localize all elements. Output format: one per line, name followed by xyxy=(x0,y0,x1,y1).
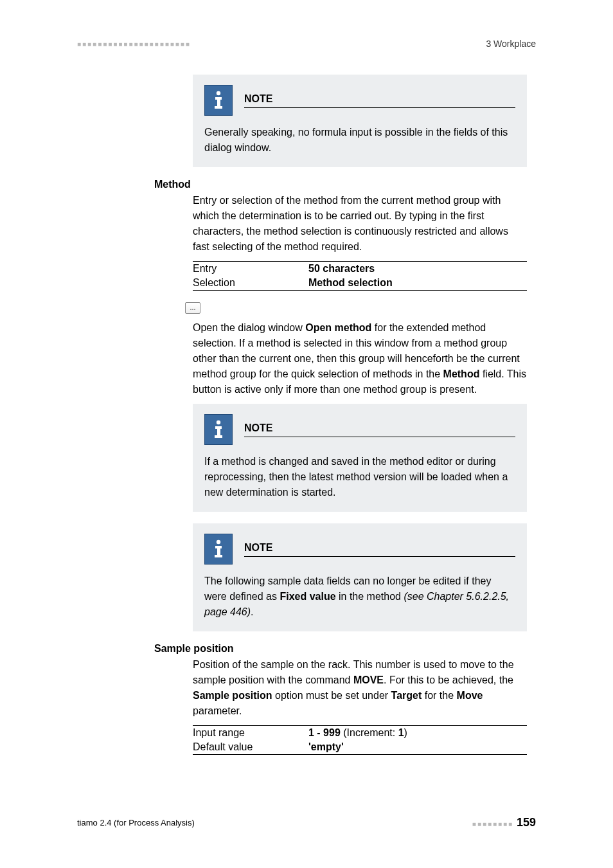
method-description: Entry or selection of the method from th… xyxy=(193,193,527,255)
text: Open the dialog window xyxy=(193,322,305,333)
text-bold: 1 xyxy=(398,727,404,738)
text: in the method xyxy=(336,591,404,602)
sample-position-description: Position of the sample on the rack. This… xyxy=(193,657,527,719)
breadcrumb: 3 Workplace xyxy=(486,39,536,49)
spec-value: Method selection xyxy=(308,277,393,288)
note-box-fixed-value: NOTE The following sample data fields ca… xyxy=(193,523,527,631)
svg-point-4 xyxy=(217,420,220,424)
section-heading-method: Method xyxy=(154,179,191,190)
ellipsis-button-icon: ... xyxy=(185,302,200,314)
table-row: Selection Method selection xyxy=(193,276,527,291)
note-body: Generally speaking, no formula input is … xyxy=(204,125,515,156)
svg-point-0 xyxy=(217,91,220,95)
svg-point-8 xyxy=(217,540,220,544)
sample-spec-table: Input range 1 - 999 (Increment: 1) Defau… xyxy=(193,725,527,755)
spec-label: Selection xyxy=(193,276,308,291)
text-bold: Sample position xyxy=(193,690,272,701)
text: . xyxy=(251,606,253,617)
text-bold: Target xyxy=(391,690,422,701)
text-bold: Fixed value xyxy=(280,591,335,602)
info-icon xyxy=(204,85,233,116)
svg-rect-11 xyxy=(215,555,222,557)
table-row: Default value 'empty' xyxy=(193,740,527,755)
page-header: ■■■■■■■■■■■■■■■■■■■■■■ 3 Workplace xyxy=(77,39,536,49)
text-bold: Open method xyxy=(305,322,371,333)
text: option must be set under xyxy=(272,690,391,701)
text-bold: Move xyxy=(457,690,483,701)
spec-value: 'empty' xyxy=(308,741,344,752)
note-title: NOTE xyxy=(244,542,515,557)
table-row: Entry 50 characters xyxy=(193,262,527,276)
section-heading-sample-position: Sample position xyxy=(154,643,234,655)
info-icon xyxy=(204,414,233,445)
method-spec-table: Entry 50 characters Selection Method sel… xyxy=(193,261,527,291)
note-box-method-change: NOTE If a method is changed and saved in… xyxy=(193,404,527,512)
spec-label: Default value xyxy=(193,740,308,755)
footer-ornament: ■■■■■■■■ xyxy=(472,820,517,827)
text: for the xyxy=(422,690,456,701)
footer-right: ■■■■■■■■ 159 xyxy=(472,816,536,829)
header-ornament-left: ■■■■■■■■■■■■■■■■■■■■■■ xyxy=(77,41,191,48)
svg-rect-7 xyxy=(215,435,222,438)
spec-label: Input range xyxy=(193,726,308,741)
spec-value: 50 characters xyxy=(308,263,375,274)
text: (Increment: xyxy=(341,727,398,738)
svg-rect-10 xyxy=(217,546,220,556)
note-title: NOTE xyxy=(244,93,515,108)
note-body: The following sample data fields can no … xyxy=(204,574,515,620)
info-icon xyxy=(204,534,233,565)
footer-product: tiamo 2.4 (for Process Analysis) xyxy=(77,818,195,827)
note-box-formula: NOTE Generally speaking, no formula inpu… xyxy=(193,75,527,167)
text: ) xyxy=(404,727,407,738)
text: . For this to be achieved, the xyxy=(384,674,513,685)
open-method-description: Open the dialog window Open method for t… xyxy=(193,320,527,397)
table-row: Input range 1 - 999 (Increment: 1) xyxy=(193,726,527,741)
page-number: 159 xyxy=(517,816,536,829)
spec-value: 1 - 999 (Increment: 1) xyxy=(308,726,527,741)
note-title: NOTE xyxy=(244,422,515,437)
note-body: If a method is changed and saved in the … xyxy=(204,454,515,500)
spec-label: Entry xyxy=(193,262,308,276)
text: parameter. xyxy=(193,705,242,716)
text-bold: 1 - 999 xyxy=(308,727,341,738)
svg-rect-3 xyxy=(215,106,222,109)
page-footer: tiamo 2.4 (for Process Analysis) ■■■■■■■… xyxy=(77,816,536,829)
text-bold: Method xyxy=(443,368,480,379)
svg-rect-6 xyxy=(217,426,220,437)
svg-rect-2 xyxy=(217,97,220,107)
text-bold: MOVE xyxy=(353,674,384,685)
